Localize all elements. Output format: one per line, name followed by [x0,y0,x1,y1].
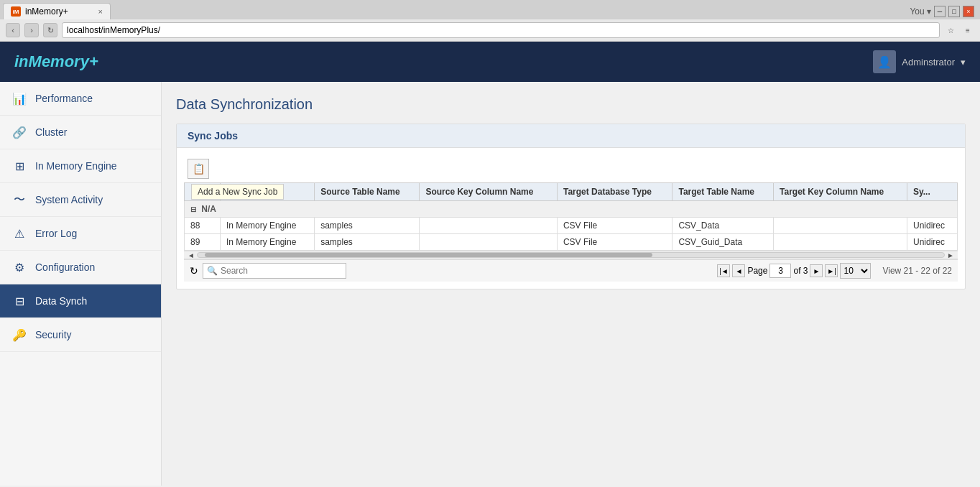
tab-favicon: iM [11,6,21,17]
refresh-button[interactable]: ↻ [43,23,57,37]
cell-source-db-type: In Memory Engine [221,218,315,234]
browser-chrome: iM inMemory+ × You ▾ ─ □ × ‹ › ↻ ☆ ≡ [0,0,980,42]
cell-id: 89 [185,234,221,251]
sidebar-item-security[interactable]: 🔑 Security [0,318,161,352]
sidebar-item-cluster[interactable]: 🔗 Cluster [0,116,161,149]
cell-target-table: CSV_Guid_Data [672,234,774,251]
view-info: View 21 - 22 of 22 [882,266,952,276]
col-source-table[interactable]: Source Table Name [315,183,420,201]
user-icon: 👤 [877,55,892,69]
cell-target-db-type: CSV File [557,218,672,234]
menu-icon[interactable]: ≡ [961,24,974,37]
sidebar-item-error-log[interactable]: ⚠ Error Log [0,217,161,251]
horizontal-scrollbar[interactable]: ◄ ► [184,251,958,259]
group-cell: ⊟ N/A [185,201,958,218]
user-avatar: 👤 [873,50,896,73]
panel-header: Sync Jobs [177,124,965,148]
header-row: atabase Type Source Table Name Source Ke… [185,183,958,201]
window-minimize[interactable]: ─ [934,6,946,17]
next-page-button[interactable]: ► [810,264,823,277]
cell-source-table: samples [315,218,420,234]
user-dropdown-icon[interactable]: ▾ [961,57,966,68]
sidebar-item-performance[interactable]: 📊 Performance [0,82,161,116]
scroll-right-icon[interactable]: ► [945,251,956,259]
sidebar: 📊 Performance 🔗 Cluster ⊞ In Memory Engi… [0,82,162,486]
page-input[interactable] [769,264,791,278]
add-icon: 📋 [193,163,205,175]
sidebar-label-in-memory-engine: In Memory Engine [35,160,117,172]
app: inMemory+ 👤 Adminstrator ▾ 📊 Performance… [0,42,980,486]
sidebar-item-in-memory-engine[interactable]: ⊞ In Memory Engine [0,149,161,183]
sidebar-item-data-synch[interactable]: ⊟ Data Synch [0,284,161,318]
table-row[interactable]: 88 In Memory Engine samples CSV File CSV… [185,218,958,234]
sidebar-label-system-activity: System Activity [35,194,103,205]
data-synch-icon: ⊟ [11,292,28,310]
cell-source-key [420,218,558,234]
content-area: Data Synchronization Sync Jobs 📋 Add a N… [162,82,980,486]
table-row[interactable]: 89 In Memory Engine samples CSV File CSV… [185,234,958,251]
first-page-button[interactable]: |◄ [717,264,730,277]
panel-body: 📋 Add a New Sync Job atabase Type Source [177,148,965,289]
table-body: ⊟ N/A 88 In Memory Engine samples CSV Fi… [185,201,958,251]
star-icon[interactable]: ☆ [944,24,957,37]
browser-tab[interactable]: iM inMemory+ × [3,3,111,19]
col-source-key[interactable]: Source Key Column Name [420,183,558,201]
group-collapse-icon[interactable]: ⊟ [190,205,196,213]
window-maximize[interactable]: □ [948,6,960,17]
table-wrapper: atabase Type Source Table Name Source Ke… [184,182,958,251]
last-page-button[interactable]: ►| [825,264,838,277]
sync-jobs-panel: Sync Jobs 📋 Add a New Sync Job [176,124,966,289]
search-box: 🔍 [203,263,346,279]
page-title: Data Synchronization [176,96,966,113]
group-label: N/A [201,204,216,214]
cluster-icon: 🔗 [11,124,28,141]
cell-sync-type: Unidirec [907,234,958,251]
cell-target-key [774,234,907,251]
username-label: Adminstrator [902,57,955,68]
in-memory-engine-icon: ⊞ [11,157,28,175]
cell-target-db-type: CSV File [557,234,672,251]
window-close[interactable]: × [963,6,974,17]
url-bar[interactable] [62,22,940,38]
cell-target-table: CSV_Data [672,218,774,234]
forward-button[interactable]: › [24,23,39,37]
search-input[interactable] [221,266,342,276]
prev-page-button[interactable]: ◄ [732,264,745,277]
app-header: inMemory+ 👤 Adminstrator ▾ [0,42,980,82]
col-sync-type[interactable]: Sy... [907,183,958,201]
scrollbar-track[interactable] [197,252,945,258]
tab-bar: iM inMemory+ × You ▾ ─ □ × [0,0,980,19]
cell-sync-type: Unidirec [907,218,958,234]
system-activity-icon: 〜 [11,191,28,208]
search-icon: 🔍 [207,266,218,276]
pagination-nav: |◄ ◄ Page of 3 ► ►| 10 25 50 100 [717,263,871,279]
main-area: 📊 Performance 🔗 Cluster ⊞ In Memory Engi… [0,82,980,486]
cell-source-key [420,234,558,251]
security-icon: 🔑 [11,326,28,343]
address-bar: ‹ › ↻ ☆ ≡ [0,19,980,41]
sidebar-label-configuration: Configuration [35,261,95,273]
grid-toolbar: 📋 Add a New Sync Job [184,155,958,182]
app-logo: inMemory+ [14,52,98,71]
cell-source-db-type: In Memory Engine [221,234,315,251]
tab-label: inMemory+ [25,6,68,17]
sidebar-label-security: Security [35,329,72,340]
back-button[interactable]: ‹ [6,23,20,37]
col-target-key[interactable]: Target Key Column Name [774,183,907,201]
sidebar-item-configuration[interactable]: ⚙ Configuration [0,251,161,284]
page-size-select[interactable]: 10 25 50 100 [840,263,871,279]
sidebar-label-cluster: Cluster [35,126,67,138]
scrollbar-thumb[interactable] [205,253,653,257]
col-target-table[interactable]: Target Table Name [672,183,774,201]
sidebar-label-performance: Performance [35,93,93,104]
add-sync-job-button[interactable]: 📋 [188,159,209,179]
refresh-footer-icon[interactable]: ↻ [190,265,198,277]
add-sync-tooltip: Add a New Sync Job [191,184,284,200]
tab-close-icon[interactable]: × [98,7,103,16]
col-target-db-type[interactable]: Target Database Type [557,183,672,201]
sidebar-item-system-activity[interactable]: 〜 System Activity [0,183,161,217]
group-row-na: ⊟ N/A [185,201,958,218]
sidebar-label-error-log: Error Log [35,228,77,239]
cell-source-table: samples [315,234,420,251]
scroll-left-icon[interactable]: ◄ [185,251,197,259]
